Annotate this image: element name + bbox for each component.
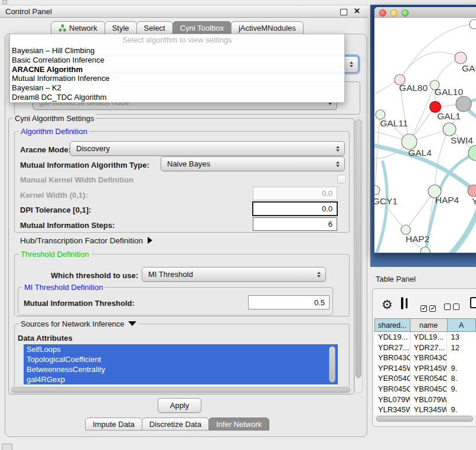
- algorithm-option[interactable]: Mutual Information Inference: [10, 74, 344, 83]
- network-node-hap2[interactable]: [401, 225, 410, 234]
- control-panel-titlebar: Control Panel ✕: [0, 5, 367, 18]
- node-label: Y: [472, 196, 476, 206]
- aracne-mode-combo[interactable]: Discovery: [70, 141, 345, 156]
- node-label: GAL10: [435, 87, 464, 97]
- attribute-item-selected[interactable]: gal4RGexp: [24, 374, 338, 384]
- select-all-checkboxes-icon[interactable]: [420, 302, 438, 312]
- node-label: GAL80: [399, 83, 428, 93]
- tab-network[interactable]: Network: [51, 21, 105, 34]
- network-node-salmon[interactable]: [468, 185, 476, 197]
- algorithm-popup-placeholder: Select algorithm to view settings: [10, 34, 344, 46]
- network-node[interactable]: [470, 19, 476, 29]
- close-traffic-light[interactable]: [379, 9, 386, 17]
- stepper-icon: [317, 272, 321, 278]
- float-window-icon[interactable]: [340, 9, 347, 15]
- tab-cyni-toolbox[interactable]: Cyni Toolbox: [172, 21, 232, 34]
- hub-definition-expander[interactable]: Hub/Transcription Factor Definition: [20, 236, 152, 245]
- network-node-gray[interactable]: [456, 96, 471, 112]
- network-node-labels: GAL80 GAL10 GAL1 GAL11 SWI4 GAL4 GCY1 HA…: [374, 63, 476, 244]
- column-header-name[interactable]: name: [410, 318, 448, 332]
- control-panel-title: Control Panel: [5, 7, 52, 16]
- network-node-gcy1[interactable]: [374, 185, 380, 195]
- minimize-traffic-light[interactable]: [390, 9, 397, 17]
- manual-kernel-checkbox[interactable]: [337, 175, 346, 184]
- stepper-icon: [350, 61, 353, 67]
- table-row[interactable]: YBR045C YBR045C 9.: [374, 384, 476, 394]
- table-row[interactable]: YPR145W YPR145W 9.: [374, 363, 476, 374]
- network-window: GAL80 GAL10 GAL1 GAL11 SWI4 GAL4 GCY1 HA…: [374, 7, 476, 253]
- gear-icon[interactable]: [382, 298, 393, 311]
- close-icon[interactable]: ✕: [354, 6, 360, 15]
- aracne-mode-label: Aracne Mode:: [20, 145, 71, 154]
- node-label: GAL11: [380, 118, 407, 128]
- mi-threshold-label: Mutual Information Threshold:: [24, 299, 135, 308]
- table-row[interactable]: YDR27... YDR27... 12: [374, 343, 476, 353]
- apply-button[interactable]: Apply: [158, 398, 201, 413]
- expand-right-icon: [148, 237, 152, 244]
- tab-discretize-data[interactable]: Discretize Data: [142, 418, 209, 431]
- node-label: SWI4: [451, 135, 473, 145]
- stepper-icon: [336, 146, 340, 152]
- table-row[interactable]: YBL079W YBL079W: [374, 394, 476, 405]
- mi-type-combo[interactable]: Naive Bayes: [161, 156, 345, 171]
- tab-jactivemnodules[interactable]: jActiveMNodules: [231, 21, 304, 34]
- data-attributes-label: Data Attributes: [18, 334, 73, 343]
- attribute-item-selected[interactable]: SelfLoops: [24, 344, 338, 354]
- column-header-a[interactable]: A: [448, 318, 476, 332]
- settings-horizontal-scrollbar[interactable]: [9, 386, 352, 394]
- apply-button-label: Apply: [170, 401, 190, 410]
- table-row[interactable]: YLR345W YLR345W 9.: [374, 405, 476, 415]
- dpi-tolerance-label: DPI Tolerance [0,1]:: [20, 206, 91, 214]
- node-label: GAL1: [437, 111, 461, 121]
- mi-type-value: Naive Bayes: [167, 159, 210, 168]
- deselect-all-checkboxes-icon[interactable]: [444, 302, 462, 312]
- network-node-swi4[interactable]: [468, 145, 476, 161]
- mi-steps-input[interactable]: [253, 217, 337, 231]
- attribute-item-selected[interactable]: TopologicalCoefficient: [24, 354, 338, 364]
- algorithm-definition-title: Algorithm Definition: [19, 127, 89, 136]
- table-row[interactable]: YBR043C YBR043C: [374, 353, 476, 363]
- aracne-mode-value: Discovery: [76, 144, 110, 153]
- dpi-tolerance-input[interactable]: [252, 201, 338, 216]
- mi-steps-label: Mutual Information Steps:: [20, 221, 115, 230]
- sources-group-title[interactable]: Sources for Network Inference: [19, 319, 138, 328]
- bottom-left-icon-fragment: [2, 444, 12, 450]
- network-window-titlebar[interactable]: [374, 7, 476, 18]
- mi-threshold-group-title: MI Threshold Definition: [22, 283, 105, 292]
- which-threshold-combo[interactable]: MI Threshold: [142, 267, 326, 282]
- table-horizontal-scrollbar[interactable]: [376, 415, 475, 422]
- settings-vertical-scrollbar[interactable]: [354, 117, 363, 393]
- collapse-down-icon: [128, 321, 136, 326]
- document-icon[interactable]: [470, 297, 476, 308]
- table-header-row: shared... name A: [374, 318, 476, 332]
- tab-infer-network[interactable]: Infer Network: [208, 418, 269, 431]
- network-canvas[interactable]: GAL80 GAL10 GAL1 GAL11 SWI4 GAL4 GCY1 HA…: [374, 18, 476, 253]
- tab-select[interactable]: Select: [136, 21, 173, 34]
- tab-impute-data[interactable]: Impute Data: [85, 418, 142, 431]
- algorithm-option[interactable]: Bayesian – Hill Climbing: [10, 46, 344, 56]
- network-node-gal-partial[interactable]: [455, 52, 467, 64]
- table-row[interactable]: YDL19... YDL19... 13: [374, 332, 476, 343]
- node-label: GAL: [462, 63, 476, 73]
- tab-style[interactable]: Style: [105, 21, 137, 34]
- column-header-shared[interactable]: shared...: [374, 318, 410, 332]
- control-panel-tabbar: Network Style Select Cyni Toolbox jActiv…: [51, 21, 303, 34]
- algorithm-option[interactable]: Dream8 DC_TDC Algorithm: [10, 93, 344, 102]
- table-row[interactable]: YER054C YER054C 8.: [374, 373, 476, 384]
- kernel-width-label: Kernel Width (0,1):: [20, 191, 88, 200]
- mi-threshold-input[interactable]: [248, 295, 330, 309]
- node-label: GCY1: [374, 196, 397, 206]
- kernel-width-input[interactable]: [253, 187, 337, 200]
- column-layout-icon[interactable]: [401, 297, 403, 309]
- algorithm-option-selected[interactable]: ARACNE Algorithm: [10, 65, 344, 74]
- algorithm-option[interactable]: Basic Correlation Inference: [10, 56, 344, 65]
- attributes-list-scrollbar[interactable]: [329, 345, 336, 384]
- attribute-item-selected[interactable]: BetweennessCentrality: [24, 364, 338, 374]
- table-panel-title: Table Panel: [376, 275, 416, 283]
- algorithm-option[interactable]: Bayesian – K2: [10, 83, 344, 93]
- network-node[interactable]: [420, 247, 430, 253]
- zoom-traffic-light[interactable]: [402, 9, 409, 17]
- manual-kernel-label: Manual Kernel Width Definition: [20, 175, 133, 184]
- network-node-gal1[interactable]: [443, 123, 456, 136]
- data-attributes-list: SelfLoops TopologicalCoefficient Between…: [24, 344, 338, 386]
